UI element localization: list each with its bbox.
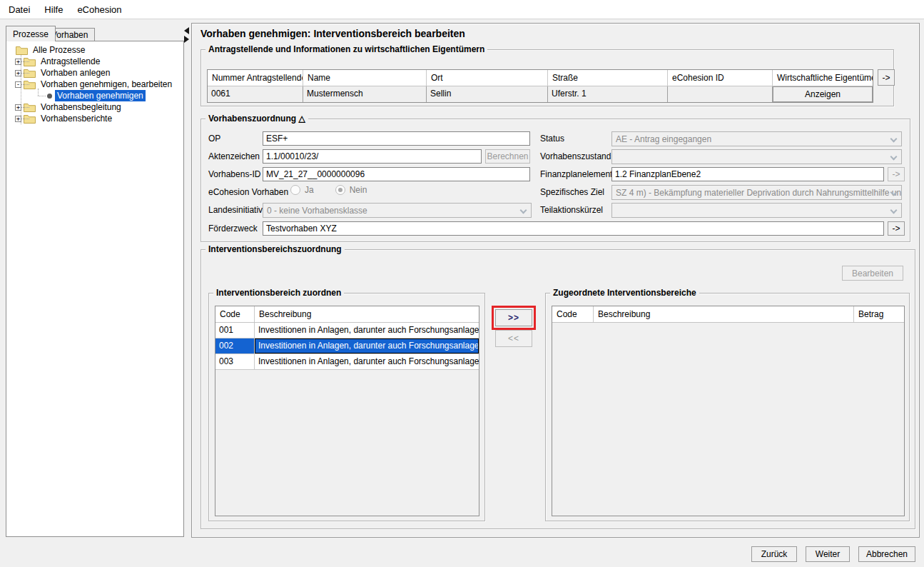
foerderzweck-arrow-button[interactable]: -> [888, 221, 905, 236]
cell-code: 002 [215, 338, 255, 353]
col-code: Code [215, 306, 255, 322]
main-panel: Vorhaben genehmigen: Interventionsbereic… [191, 23, 920, 538]
aktenzeichen-field[interactable]: 1.1/00010/23/ [263, 149, 482, 164]
landesinitiative-label: Landesinitiative [208, 205, 268, 215]
expand-plus-icon[interactable]: + [15, 116, 21, 122]
finanzplanelement-arrow-button: -> [888, 167, 905, 181]
weiter-button[interactable]: Weiter [806, 546, 850, 562]
col-name: Name [303, 70, 427, 86]
tree-item-label: Vorhabensberichte [39, 113, 114, 124]
landesinitiative-select: 0 - keine Vorhabensklasse [263, 203, 532, 218]
interventionsbereich-zuordnen-group: Interventionsbereich zuordnen Code Besch… [208, 293, 485, 521]
splitter-collapse-arrows[interactable] [184, 27, 190, 43]
cell-code: 001 [215, 323, 255, 338]
col-strasse: Straße [548, 70, 668, 86]
col-ort: Ort [427, 70, 548, 86]
tab-prozesse[interactable]: Prozesse [6, 26, 56, 41]
chevron-down-icon [890, 136, 898, 143]
tree-item-antragstellende[interactable]: + Antragstellende [6, 56, 183, 67]
applicant-row[interactable]: 0061 Mustermensch Sellin Uferstr. 1 Anze… [208, 86, 873, 102]
collapse-left-icon[interactable] [184, 27, 189, 34]
cell-beschreibung: Investitionen in Anlagen, darunter auch … [255, 338, 479, 353]
expand-plus-icon[interactable]: + [15, 104, 21, 111]
vorhabenszuordnung-group-title: Vorhabenszuordnung △ [205, 114, 308, 124]
sidebar-tabs: Prozesse Vorhaben [6, 26, 184, 41]
berechnen-button: Berechnen [485, 149, 530, 164]
menu-datei[interactable]: Datei [1, 1, 37, 19]
tree-item-vorhabensberichte[interactable]: + Vorhabensberichte [6, 113, 183, 124]
op-field[interactable]: ESF+ [263, 131, 530, 146]
vorhabens-id-field[interactable]: MV_21_27__0000000096 [263, 167, 530, 181]
col-ecohesion-id: eCohesion ID [668, 70, 773, 86]
foerderzweck-field[interactable]: Testvorhaben XYZ [263, 221, 884, 236]
spezifisches-ziel-label: Spezifisches Ziel [540, 187, 604, 197]
intervention-row-003[interactable]: 003 Investitionen in Anlagen, darunter a… [215, 354, 479, 370]
radio-nein-label: Nein [350, 185, 367, 195]
finanzplanelement-label: Finanzplanelement [540, 169, 612, 179]
zugeordnet-table: Code Beschreibung Betrag [552, 306, 905, 516]
spezifisches-ziel-select: SZ 4 m) - Bekämpfung materieller Depriva… [611, 185, 902, 200]
landesinitiative-value: 0 - keine Vorhabensklasse [267, 206, 367, 216]
tree-item-vorhabensbegleitung[interactable]: + Vorhabensbegleitung [6, 101, 183, 113]
cell-name: Mustermensch [303, 86, 427, 102]
tree-item-vorhaben-anlegen[interactable]: + Vorhaben anlegen [6, 67, 183, 79]
tree-item-label-selected: Vorhaben genehmigen [55, 90, 146, 101]
zurueck-button[interactable]: Zurück [751, 546, 797, 562]
applicants-table: Nummer Antragstellende Name Ort Straße e… [207, 69, 873, 103]
folder-icon [24, 80, 36, 89]
foerderzweck-label: Förderzweck [208, 224, 258, 234]
collapse-right-icon[interactable] [184, 36, 189, 43]
col-nummer-antragstellende: Nummer Antragstellende [208, 70, 303, 86]
col-beschreibung: Beschreibung [255, 306, 479, 322]
zugeordnet-group-title: Zugeordnete Interventionsbereiche [550, 288, 699, 298]
cell-ecohesion-id [668, 86, 773, 102]
applicants-table-header: Nummer Antragstellende Name Ort Straße e… [208, 70, 873, 86]
tree-item-label: Alle Prozesse [31, 44, 87, 56]
cell-nummer: 0061 [208, 86, 303, 102]
expand-plus-icon[interactable]: + [15, 59, 21, 65]
zuordnen-table-header: Code Beschreibung [215, 306, 479, 323]
chevron-down-icon [520, 207, 527, 214]
add-intervention-button[interactable]: >> [495, 309, 532, 326]
anzeigen-button[interactable]: Anzeigen [773, 86, 873, 102]
vorhabenszustand-label: Vorhabenszustand [540, 151, 611, 161]
chevron-down-icon [890, 207, 898, 214]
status-value: AE - Antrag eingegangen [616, 134, 711, 144]
group-title-text: Vorhabenszuordnung [208, 114, 296, 124]
menu-bar: Datei Hilfe eCohesion [0, 0, 924, 19]
app-window: { "menu": { "items": [ {"label":"Datei"}… [0, 0, 924, 567]
warning-icon: △ [298, 114, 305, 124]
radio-ja [290, 185, 300, 195]
collapse-minus-icon[interactable]: - [15, 81, 21, 88]
folder-icon [16, 46, 28, 55]
intervention-row-001[interactable]: 001 Investitionen in Anlagen, darunter a… [215, 323, 479, 338]
page-title: Vorhaben genehmigen: Interventionsbereic… [200, 28, 465, 39]
cell-strasse: Uferstr. 1 [548, 86, 668, 102]
teilaktionskuerzel-label: Teilaktionskürzel [540, 205, 603, 215]
expand-plus-icon[interactable]: + [15, 70, 21, 76]
bearbeiten-button: Bearbeiten [842, 266, 903, 281]
applicants-detail-arrow-button[interactable]: -> [878, 69, 895, 86]
leaf-bullet-icon [47, 94, 52, 99]
menu-ecohesion[interactable]: eCohesion [70, 1, 128, 19]
zugeordnet-table-header: Code Beschreibung Betrag [552, 306, 904, 323]
radio-nein [335, 185, 345, 195]
process-tree: Alle Prozesse + Antragstellende + Vorhab… [6, 41, 184, 537]
menu-hilfe[interactable]: Hilfe [37, 1, 70, 19]
tree-item-alle-prozesse[interactable]: Alle Prozesse [6, 44, 183, 56]
aktenzeichen-label: Aktenzeichen [208, 151, 260, 161]
tree-item-vorhaben-genehmigen-bearbeiten[interactable]: - Vorhaben genehmigen, bearbeiten [6, 79, 183, 90]
finanzplanelement-field[interactable]: 1.2 FinanzplanEbene2 [611, 167, 884, 181]
folder-icon [24, 114, 36, 124]
folder-icon [24, 103, 36, 112]
cell-beschreibung: Investitionen in Anlagen, darunter auch … [255, 323, 479, 338]
ecohesion-vorhaben-label: eCohesion Vorhaben [208, 187, 288, 197]
tree-item-vorhaben-genehmigen[interactable]: Vorhaben genehmigen [6, 90, 183, 101]
intervention-row-002-selected[interactable]: 002 Investitionen in Anlagen, darunter a… [215, 338, 479, 354]
abbrechen-button[interactable]: Abbrechen [858, 546, 915, 562]
interventionsbereich-group: Interventionsbereichszuordnung Bearbeite… [200, 249, 915, 529]
zugeordnete-interventionsbereiche-group: Zugeordnete Interventionsbereiche Code B… [545, 293, 910, 521]
remove-intervention-button: << [495, 330, 532, 347]
teilaktionskuerzel-select [611, 203, 902, 218]
col-betrag: Betrag [854, 306, 904, 322]
